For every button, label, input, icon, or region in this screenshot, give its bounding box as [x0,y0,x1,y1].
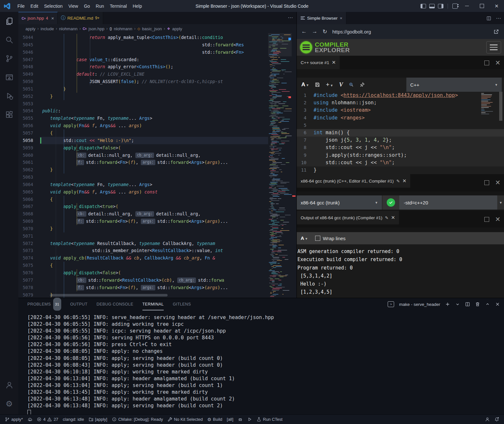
code-line[interactable]: 5063 [18,174,296,181]
code-line[interactable]: 5059apply_dispatch<false>( [18,144,296,152]
vim-mode-icon[interactable]: V [339,81,343,88]
panel-tab-output[interactable]: OUTPUT [70,298,88,310]
ce-code-line[interactable]: 11} [297,166,504,174]
toggle-panel-icon[interactable] [429,4,435,8]
code-line[interactable]: 5062} [18,166,296,174]
menu-go[interactable]: Go [81,2,93,10]
code-line[interactable]: 5051} [18,85,296,93]
status-build[interactable]: ⚙Build [205,417,224,422]
ce-code-line[interactable]: 5 [297,122,504,129]
code-line[interactable]: 5074void apply_cb(ResultCallback && cb, … [18,254,296,262]
menu-edit[interactable]: Edit [28,2,41,10]
rename-icon[interactable]: ✎ [385,215,389,220]
more-actions-icon[interactable]: ⋯ [288,14,293,21]
forward-icon[interactable]: → [312,28,317,35]
code-line[interactable]: 5071 [18,232,296,240]
split-editor-icon[interactable] [486,15,491,21]
horizontal-scrollbar[interactable] [50,294,168,297]
code-line[interactable]: 5044return apply_make_tuple<ConstThis>(d… [18,34,296,41]
code-line[interactable]: 5065void apply(Fn&& f, Args&& ... args) … [18,188,296,196]
ce-code-line[interactable]: 8 std::cout << j << "\n"; [297,144,504,151]
menu-terminal[interactable]: Terminal [107,2,130,10]
customize-layout-icon[interactable] [452,4,458,9]
toggle-sidebar-icon[interactable] [421,4,426,8]
menu-selection[interactable]: Selection [41,2,66,10]
activity-extensions-icon[interactable] [0,105,18,124]
activity-search-icon[interactable] [0,31,18,49]
close-pane-icon[interactable]: ✕ [495,179,500,186]
code-line[interactable]: 5054public: [18,107,296,115]
maximize-pane-icon[interactable] [484,61,489,65]
code-editor[interactable]: 5044return apply_make_tuple<ConstThis>(d… [18,33,296,298]
reload-icon[interactable]: ↻ [323,28,327,35]
code-line[interactable]: 5078f:std::forward<Fn>(f), args:std::for… [18,284,296,291]
close-panel-icon[interactable] [495,302,500,307]
ce-code-line[interactable]: 2using nlohmann::json; [297,99,504,107]
ce-code-line[interactable]: 6int main() { [297,129,504,137]
status-bug-icon[interactable] [236,417,245,422]
code-line[interactable]: 5050JSON_ASSERT(false); // NOLINT(cert-d… [18,78,296,85]
ce-code-line[interactable]: 3#include <iostream> [297,107,504,114]
tab-output[interactable]: Output of x86-64 gcc (trunk) (Compiler #… [297,211,399,224]
back-icon[interactable]: ← [301,28,307,35]
status-play-icon[interactable] [245,417,254,422]
panel-tab-terminal[interactable]: TERMINAL [142,298,164,310]
wrap-lines-checkbox[interactable] [315,236,320,241]
code-line[interactable]: 5069f:std::forward<Fn>(f), args:std::for… [18,218,296,225]
activity-source-control-icon[interactable] [0,49,18,68]
minimize-button[interactable] [460,0,474,12]
breadcrumb-item[interactable]: json.hpp [89,26,104,31]
code-line[interactable]: 5060cb:detail::null_arg, cb_arg:detail::… [18,152,296,159]
pin-icon[interactable] [360,82,365,87]
ce-code-line[interactable]: 9 j.apply(std::ranges::sort); [297,152,504,159]
menu-view[interactable]: View [65,2,81,10]
code-line[interactable]: 5052} [18,93,296,100]
code-line[interactable]: 5046std::forward<Fn> [18,49,296,56]
split-terminal-icon[interactable] [465,302,470,307]
save-icon[interactable] [315,82,320,87]
code-line[interactable]: 5048return apply_error<ConstThis>(); [18,63,296,71]
code-line[interactable]: 5053 [18,100,296,108]
new-terminal-icon[interactable] [445,302,450,307]
code-line[interactable]: 5064template<typename Fn, typename... Ar… [18,181,296,188]
menu-run[interactable]: Run [93,2,107,10]
maximize-panel-icon[interactable] [485,302,490,307]
ce-source-editor[interactable]: 1#include <https://localhost:8443/apply/… [297,92,504,174]
panel-tab-gitlens[interactable]: GITLENS [173,298,191,310]
font-size-button[interactable]: A▼ [301,235,308,241]
status-apply[interactable]: [apply] [86,417,110,422]
breadcrumb-item[interactable]: nlohmann [114,26,132,31]
status-cloud-upload-icon[interactable] [25,417,34,422]
tab-json.hpp[interactable]: C+json.hpp4× [18,12,58,24]
find-icon[interactable] [349,82,354,87]
maximize-pane-icon[interactable] [484,217,489,222]
tab-cpp-source[interactable]: C++ source #1✕ [297,56,340,69]
url-field[interactable]: https://godbolt.org [332,29,487,34]
panel-tab-debug-console[interactable]: DEBUG CONSOLE [97,298,133,310]
ce-code-line[interactable]: 1#include <https://localhost:8443/apply/… [297,92,504,99]
ce-code-line[interactable]: 4#include <ranges> [297,114,504,122]
status-feedback-icon[interactable] [483,417,492,422]
activity-cmake-icon[interactable] [0,68,18,87]
code-line[interactable]: 5072template<typename ResultCallback, ty… [18,240,296,247]
code-line[interactable]: 5061f:std::forward<Fn>(f), args:std::for… [18,159,296,166]
code-line[interactable]: 5076apply_dispatch<false>( [18,269,296,277]
tab-README.md[interactable]: ⓘREADME.md9+ [58,12,103,24]
close-icon[interactable]: × [51,15,54,21]
compiler-options-field[interactable]: -std=c++20 [399,195,497,210]
close-window-button[interactable]: ✕ [489,0,504,12]
terminal-output[interactable]: [2022-04-30 06:05:55] INFO: serve_header… [18,310,504,415]
more-actions-icon[interactable]: ⋯ [496,15,501,21]
kill-terminal-icon[interactable] [475,302,480,307]
close-pane-icon[interactable]: ✕ [495,59,500,67]
minimap[interactable] [268,33,292,298]
panel-tab-problems[interactable]: PROBLEMS31 [27,298,61,310]
open-external-icon[interactable] [492,28,500,35]
status-apply[interactable]: apply* [3,417,25,422]
terminal-title[interactable]: make - serve_header [399,302,440,307]
hamburger-menu-icon[interactable] [486,41,501,53]
code-line[interactable]: 5056void apply(Fn&& f, Args&& ... args) [18,122,296,129]
breadcrumb-item[interactable]: basic_json [142,26,162,31]
status-bell-dot-icon[interactable] [492,417,501,422]
compiler-select[interactable]: x86-64 gcc (trunk)▼ [297,195,383,210]
